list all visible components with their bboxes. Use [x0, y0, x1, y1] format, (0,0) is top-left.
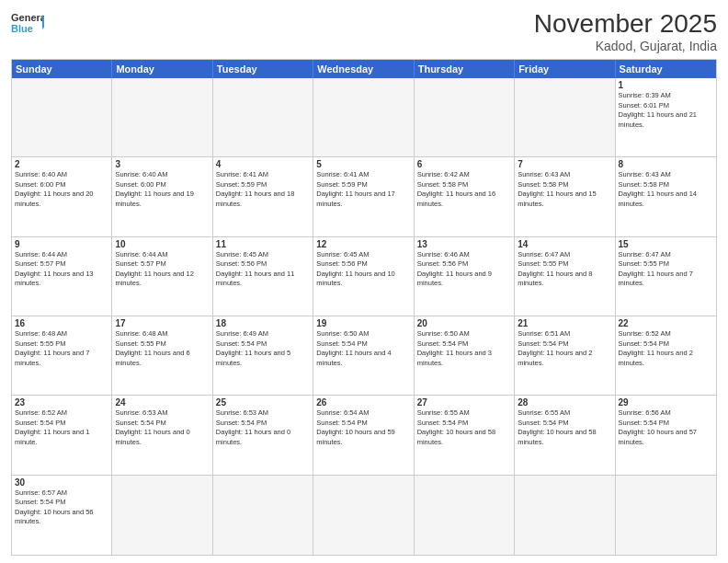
day-cell-empty-0-2: [213, 78, 313, 156]
day-number: 5: [316, 159, 410, 169]
day-cell-9: 9Sunrise: 6:44 AM Sunset: 5:57 PM Daylig…: [12, 237, 112, 316]
day-number: 19: [316, 318, 410, 328]
calendar-row-2: 9Sunrise: 6:44 AM Sunset: 5:57 PM Daylig…: [12, 237, 716, 316]
day-info: Sunrise: 6:48 AM Sunset: 5:55 PM Dayligh…: [115, 329, 209, 368]
day-info: Sunrise: 6:41 AM Sunset: 5:59 PM Dayligh…: [216, 170, 310, 209]
day-cell-empty-0-4: [415, 78, 515, 156]
day-cell-empty-5-5: [515, 476, 615, 555]
day-number: 25: [216, 397, 310, 408]
svg-text:Blue: Blue: [11, 23, 33, 34]
day-info: Sunrise: 6:44 AM Sunset: 5:57 PM Dayligh…: [115, 250, 209, 289]
logo-icon: GeneralBlue: [11, 9, 44, 35]
day-number: 9: [15, 239, 108, 249]
day-number: 17: [115, 318, 209, 328]
logo: GeneralBlue: [11, 9, 44, 35]
day-cell-20: 20Sunrise: 6:50 AM Sunset: 5:54 PM Dayli…: [415, 316, 515, 395]
day-info: Sunrise: 6:47 AM Sunset: 5:55 PM Dayligh…: [518, 250, 611, 289]
day-number: 29: [619, 397, 713, 408]
day-info: Sunrise: 6:52 AM Sunset: 5:54 PM Dayligh…: [619, 329, 713, 368]
title-block: November 2025 Kadod, Gujarat, India: [534, 9, 717, 53]
day-info: Sunrise: 6:51 AM Sunset: 5:54 PM Dayligh…: [518, 329, 611, 368]
day-cell-19: 19Sunrise: 6:50 AM Sunset: 5:54 PM Dayli…: [313, 316, 414, 395]
day-cell-empty-5-2: [213, 476, 313, 555]
day-number: 18: [216, 318, 310, 328]
day-cell-4: 4Sunrise: 6:41 AM Sunset: 5:59 PM Daylig…: [213, 157, 313, 236]
day-cell-13: 13Sunrise: 6:46 AM Sunset: 5:56 PM Dayli…: [415, 237, 515, 316]
calendar-row-0: 1Sunrise: 6:39 AM Sunset: 6:01 PM Daylig…: [12, 78, 716, 157]
day-info: Sunrise: 6:46 AM Sunset: 5:56 PM Dayligh…: [417, 250, 511, 289]
day-number: 10: [115, 239, 209, 249]
day-info: Sunrise: 6:57 AM Sunset: 5:54 PM Dayligh…: [15, 488, 108, 527]
day-cell-30: 30Sunrise: 6:57 AM Sunset: 5:54 PM Dayli…: [12, 476, 112, 555]
day-cell-empty-5-1: [112, 476, 212, 555]
day-cell-29: 29Sunrise: 6:56 AM Sunset: 5:54 PM Dayli…: [616, 396, 716, 474]
calendar-header: SundayMondayTuesdayWednesdayThursdayFrid…: [12, 60, 716, 78]
weekday-header-tuesday: Tuesday: [213, 60, 313, 78]
day-cell-18: 18Sunrise: 6:49 AM Sunset: 5:54 PM Dayli…: [213, 316, 313, 395]
day-info: Sunrise: 6:54 AM Sunset: 5:54 PM Dayligh…: [316, 408, 410, 447]
day-info: Sunrise: 6:55 AM Sunset: 5:54 PM Dayligh…: [417, 408, 511, 447]
page: GeneralBlue November 2025 Kadod, Gujarat…: [0, 0, 728, 563]
day-number: 14: [518, 239, 611, 249]
day-number: 26: [316, 397, 410, 408]
calendar-row-5: 30Sunrise: 6:57 AM Sunset: 5:54 PM Dayli…: [12, 476, 716, 555]
day-number: 12: [316, 239, 410, 249]
day-number: 7: [518, 159, 611, 169]
day-number: 23: [15, 397, 108, 408]
day-cell-15: 15Sunrise: 6:47 AM Sunset: 5:55 PM Dayli…: [616, 237, 716, 316]
svg-marker-2: [42, 15, 44, 29]
day-cell-21: 21Sunrise: 6:51 AM Sunset: 5:54 PM Dayli…: [515, 316, 615, 395]
day-cell-1: 1Sunrise: 6:39 AM Sunset: 6:01 PM Daylig…: [616, 78, 716, 156]
day-cell-26: 26Sunrise: 6:54 AM Sunset: 5:54 PM Dayli…: [313, 396, 414, 474]
weekday-header-saturday: Saturday: [616, 60, 716, 78]
day-info: Sunrise: 6:39 AM Sunset: 6:01 PM Dayligh…: [619, 91, 713, 130]
calendar-row-1: 2Sunrise: 6:40 AM Sunset: 6:00 PM Daylig…: [12, 157, 716, 236]
day-cell-8: 8Sunrise: 6:43 AM Sunset: 5:58 PM Daylig…: [616, 157, 716, 236]
calendar: SundayMondayTuesdayWednesdayThursdayFrid…: [11, 59, 717, 556]
day-number: 28: [518, 397, 611, 408]
day-info: Sunrise: 6:42 AM Sunset: 5:58 PM Dayligh…: [417, 170, 511, 209]
weekday-header-monday: Monday: [112, 60, 212, 78]
day-cell-27: 27Sunrise: 6:55 AM Sunset: 5:54 PM Dayli…: [415, 396, 515, 474]
header: GeneralBlue November 2025 Kadod, Gujarat…: [11, 9, 717, 53]
day-cell-24: 24Sunrise: 6:53 AM Sunset: 5:54 PM Dayli…: [112, 396, 212, 474]
day-info: Sunrise: 6:45 AM Sunset: 5:56 PM Dayligh…: [216, 250, 310, 289]
day-info: Sunrise: 6:40 AM Sunset: 6:00 PM Dayligh…: [15, 170, 108, 209]
weekday-header-wednesday: Wednesday: [313, 60, 414, 78]
day-info: Sunrise: 6:45 AM Sunset: 5:56 PM Dayligh…: [316, 250, 410, 289]
day-info: Sunrise: 6:49 AM Sunset: 5:54 PM Dayligh…: [216, 329, 310, 368]
day-cell-empty-5-3: [313, 476, 414, 555]
day-cell-5: 5Sunrise: 6:41 AM Sunset: 5:59 PM Daylig…: [313, 157, 414, 236]
day-info: Sunrise: 6:53 AM Sunset: 5:54 PM Dayligh…: [115, 408, 209, 447]
day-number: 20: [417, 318, 511, 328]
location-title: Kadod, Gujarat, India: [534, 39, 717, 53]
day-cell-empty-0-5: [515, 78, 615, 156]
day-number: 16: [15, 318, 108, 328]
day-cell-17: 17Sunrise: 6:48 AM Sunset: 5:55 PM Dayli…: [112, 316, 212, 395]
calendar-row-4: 23Sunrise: 6:52 AM Sunset: 5:54 PM Dayli…: [12, 396, 716, 475]
day-cell-7: 7Sunrise: 6:43 AM Sunset: 5:58 PM Daylig…: [515, 157, 615, 236]
day-info: Sunrise: 6:43 AM Sunset: 5:58 PM Dayligh…: [619, 170, 713, 209]
day-info: Sunrise: 6:53 AM Sunset: 5:54 PM Dayligh…: [216, 408, 310, 447]
day-number: 8: [619, 159, 713, 169]
day-number: 15: [619, 239, 713, 249]
day-cell-empty-0-0: [12, 78, 112, 156]
day-cell-empty-0-3: [313, 78, 414, 156]
calendar-row-3: 16Sunrise: 6:48 AM Sunset: 5:55 PM Dayli…: [12, 316, 716, 396]
day-info: Sunrise: 6:41 AM Sunset: 5:59 PM Dayligh…: [316, 170, 410, 209]
day-number: 1: [619, 80, 713, 90]
day-cell-12: 12Sunrise: 6:45 AM Sunset: 5:56 PM Dayli…: [313, 237, 414, 316]
day-info: Sunrise: 6:40 AM Sunset: 6:00 PM Dayligh…: [115, 170, 209, 209]
weekday-header-friday: Friday: [515, 60, 615, 78]
day-number: 4: [216, 159, 310, 169]
day-info: Sunrise: 6:48 AM Sunset: 5:55 PM Dayligh…: [15, 329, 108, 368]
day-cell-10: 10Sunrise: 6:44 AM Sunset: 5:57 PM Dayli…: [112, 237, 212, 316]
day-number: 30: [15, 477, 108, 488]
svg-text:General: General: [11, 12, 44, 23]
day-info: Sunrise: 6:44 AM Sunset: 5:57 PM Dayligh…: [15, 250, 108, 289]
day-cell-empty-0-1: [112, 78, 212, 156]
day-number: 24: [115, 397, 209, 408]
day-cell-23: 23Sunrise: 6:52 AM Sunset: 5:54 PM Dayli…: [12, 396, 112, 474]
day-info: Sunrise: 6:47 AM Sunset: 5:55 PM Dayligh…: [619, 250, 713, 289]
day-info: Sunrise: 6:50 AM Sunset: 5:54 PM Dayligh…: [417, 329, 511, 368]
